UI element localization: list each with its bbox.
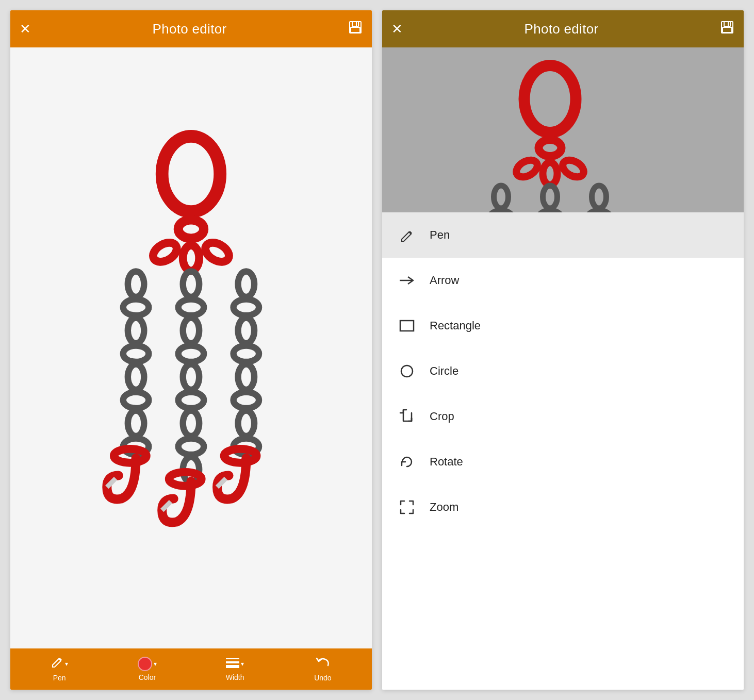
right-panel: ✕ Photo editor	[382, 10, 744, 690]
svg-point-20	[178, 299, 204, 316]
left-toolbar: ▾ Pen ▾ Color	[10, 648, 372, 690]
left-title: Photo editor	[153, 21, 227, 37]
svg-point-21	[183, 318, 200, 344]
svg-point-26	[178, 439, 204, 455]
width-dropdown-arrow: ▾	[241, 660, 244, 668]
chain-illustration	[28, 116, 354, 580]
toolbar-color[interactable]: ▾ Color	[126, 657, 168, 681]
svg-point-49	[513, 157, 540, 180]
undo-icon	[316, 656, 330, 672]
svg-point-6	[150, 239, 181, 265]
svg-point-4	[162, 136, 220, 211]
svg-rect-1	[352, 22, 358, 26]
svg-point-5	[178, 220, 204, 238]
svg-point-54	[543, 186, 558, 208]
svg-rect-2	[351, 27, 360, 32]
svg-point-13	[128, 364, 144, 390]
svg-point-15	[128, 411, 144, 437]
right-preview-area	[382, 47, 744, 212]
right-header: ✕ Photo editor	[382, 10, 744, 47]
preview-chain	[382, 47, 744, 212]
svg-rect-44	[724, 22, 730, 26]
rotate-menu-label: Rotate	[430, 455, 463, 469]
right-save-icon[interactable]	[720, 20, 734, 38]
pen-label: Pen	[53, 674, 66, 682]
left-panel: ✕ Photo editor	[10, 10, 372, 690]
app-container: ✕ Photo editor	[0, 0, 754, 700]
svg-point-10	[123, 299, 149, 316]
svg-point-11	[128, 318, 144, 344]
menu-item-rotate[interactable]: Rotate	[382, 439, 744, 485]
width-icon	[226, 657, 239, 671]
pen-icon	[51, 656, 63, 672]
svg-point-25	[183, 411, 200, 437]
tool-menu-list: Pen Arrow Rectangle	[382, 212, 744, 690]
crop-menu-label: Crop	[430, 410, 454, 423]
color-circle	[138, 657, 152, 671]
menu-item-circle[interactable]: Circle	[382, 348, 744, 394]
svg-point-12	[123, 346, 149, 362]
svg-point-31	[234, 299, 259, 316]
menu-item-arrow[interactable]: Arrow	[382, 258, 744, 303]
arrow-menu-icon	[397, 270, 417, 291]
svg-point-24	[178, 392, 204, 409]
svg-point-32	[238, 318, 255, 344]
pen-menu-icon	[397, 225, 417, 245]
zoom-menu-icon	[397, 497, 417, 518]
svg-point-51	[543, 162, 558, 185]
left-close-button[interactable]: ✕	[20, 22, 31, 36]
menu-item-zoom[interactable]: Zoom	[382, 485, 744, 530]
undo-label: Undo	[314, 674, 331, 682]
color-dropdown-arrow: ▾	[154, 660, 157, 668]
svg-point-60	[401, 365, 413, 377]
circle-menu-label: Circle	[430, 364, 458, 378]
crop-menu-icon	[397, 406, 417, 427]
pen-dropdown-arrow: ▾	[65, 660, 68, 668]
svg-point-23	[183, 364, 200, 390]
rotate-menu-icon	[397, 452, 417, 472]
toolbar-width[interactable]: ▾ Width	[215, 657, 256, 681]
svg-point-30	[238, 272, 255, 297]
svg-point-47	[524, 65, 576, 132]
width-label: Width	[226, 673, 244, 681]
svg-point-9	[128, 272, 144, 297]
svg-point-35	[234, 392, 259, 409]
color-label: Color	[139, 673, 156, 681]
rectangle-menu-label: Rectangle	[430, 319, 481, 332]
zoom-menu-label: Zoom	[430, 501, 458, 514]
right-title: Photo editor	[524, 21, 599, 37]
right-close-button[interactable]: ✕	[391, 22, 403, 36]
left-save-icon[interactable]	[348, 20, 363, 38]
toolbar-undo[interactable]: Undo	[302, 656, 343, 682]
svg-point-36	[238, 411, 255, 437]
svg-rect-45	[723, 27, 732, 32]
svg-point-50	[560, 157, 586, 180]
svg-point-52	[494, 186, 509, 208]
svg-point-48	[539, 140, 562, 156]
svg-point-33	[234, 346, 259, 362]
svg-point-22	[178, 346, 204, 362]
svg-point-34	[238, 364, 255, 390]
left-header: ✕ Photo editor	[10, 10, 372, 47]
svg-point-14	[123, 392, 149, 409]
svg-rect-59	[400, 321, 414, 331]
rectangle-menu-icon	[397, 315, 417, 336]
menu-item-pen[interactable]: Pen	[382, 212, 744, 258]
svg-point-8	[183, 245, 200, 271]
svg-point-7	[202, 239, 233, 265]
pen-menu-label: Pen	[430, 228, 450, 242]
arrow-menu-label: Arrow	[430, 274, 459, 287]
left-canvas-area	[10, 47, 372, 648]
menu-item-crop[interactable]: Crop	[382, 394, 744, 439]
circle-menu-icon	[397, 361, 417, 381]
toolbar-pen[interactable]: ▾ Pen	[39, 656, 80, 682]
svg-point-19	[183, 272, 200, 297]
svg-point-56	[592, 186, 607, 208]
menu-item-rectangle[interactable]: Rectangle	[382, 303, 744, 348]
